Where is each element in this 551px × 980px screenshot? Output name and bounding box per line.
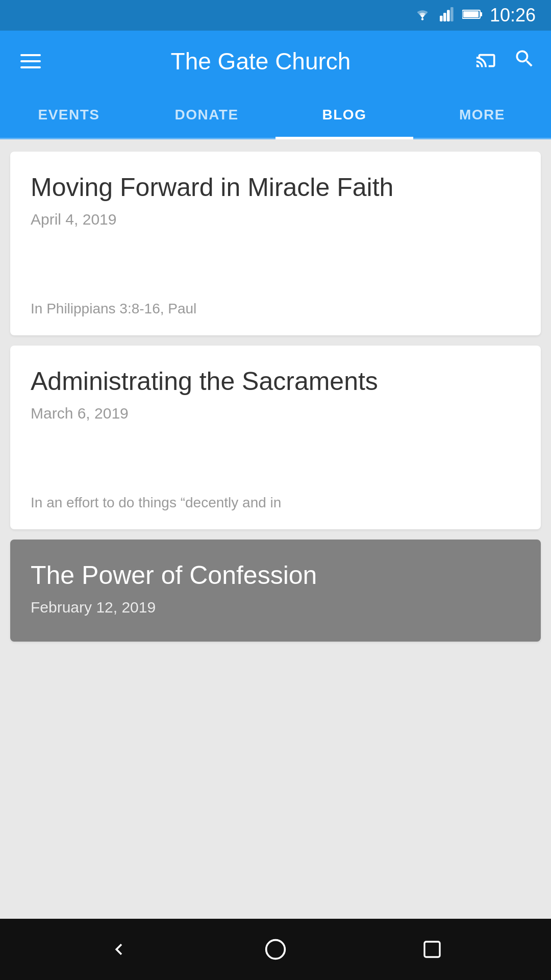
app-title: The Gate Church <box>61 47 460 75</box>
signal-icon <box>439 7 455 23</box>
hamburger-menu-button[interactable] <box>15 49 46 74</box>
blog-card-2-meta: In an effort to do things “decently and … <box>31 495 520 511</box>
blog-card-3-title: The Power of Confession <box>31 560 520 591</box>
blog-card-1-date: April 4, 2019 <box>31 211 520 228</box>
blog-card-2-title: Administrating the Sacraments <box>31 366 520 397</box>
svg-rect-6 <box>480 12 482 16</box>
back-button[interactable] <box>98 929 139 970</box>
cast-icon[interactable] <box>475 47 498 76</box>
tab-donate[interactable]: DONATE <box>138 92 276 138</box>
status-icons: 10:26 <box>413 5 536 26</box>
tab-more[interactable]: MORE <box>413 92 551 138</box>
blog-card-3-date: February 12, 2019 <box>31 599 520 616</box>
blog-card-2-date: March 6, 2019 <box>31 405 520 422</box>
nav-bar <box>0 919 551 980</box>
blog-content: Moving Forward in Miracle Faith April 4,… <box>0 139 551 919</box>
svg-rect-1 <box>440 16 443 21</box>
svg-rect-7 <box>463 11 479 17</box>
status-bar: 10:26 <box>0 0 551 31</box>
recent-apps-button[interactable] <box>412 929 453 970</box>
blog-card-3[interactable]: The Power of Confession February 12, 201… <box>10 540 541 642</box>
tab-events[interactable]: EVENTS <box>0 92 138 138</box>
battery-icon <box>462 8 483 22</box>
tab-blog[interactable]: BLOG <box>276 92 413 138</box>
app-bar: The Gate Church <box>0 31 551 92</box>
svg-rect-4 <box>450 7 454 21</box>
blog-card-1-title: Moving Forward in Miracle Faith <box>31 172 520 203</box>
wifi-icon <box>413 7 432 24</box>
blog-card-1-meta: In Philippians 3:8-16, Paul <box>31 301 520 317</box>
search-button[interactable] <box>513 47 536 76</box>
svg-rect-9 <box>424 942 440 957</box>
status-time: 10:26 <box>490 5 536 26</box>
svg-point-0 <box>421 18 424 20</box>
blog-card-1[interactable]: Moving Forward in Miracle Faith April 4,… <box>10 152 541 335</box>
svg-rect-2 <box>443 13 446 21</box>
tab-bar: EVENTS DONATE BLOG MORE <box>0 92 551 139</box>
svg-point-8 <box>266 940 285 959</box>
home-button[interactable] <box>255 929 296 970</box>
svg-rect-3 <box>447 10 450 21</box>
header-actions <box>475 47 536 76</box>
blog-card-2[interactable]: Administrating the Sacraments March 6, 2… <box>10 346 541 529</box>
